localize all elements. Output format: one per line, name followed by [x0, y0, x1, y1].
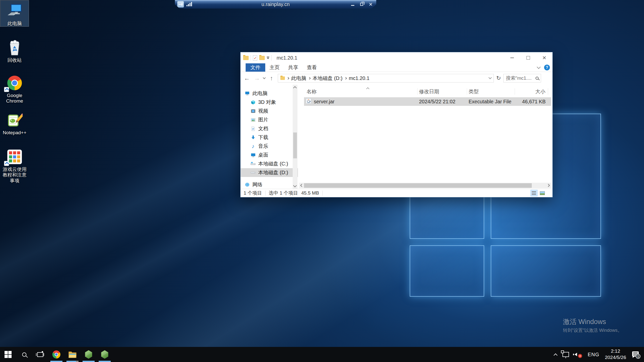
forward-button[interactable]: →: [253, 75, 261, 82]
tab-home[interactable]: 主页: [265, 63, 284, 72]
column-header-type[interactable]: 类型: [467, 88, 515, 95]
new-folder-icon[interactable]: [259, 56, 265, 60]
system-tray: ✕ ENG 2:12 2024/5/26 1: [552, 347, 644, 362]
minimize-button[interactable]: [504, 52, 520, 63]
selected-size: 45.5 MB: [301, 190, 319, 196]
thumbnails-view-button[interactable]: [539, 190, 546, 196]
details-view-button[interactable]: [531, 190, 538, 196]
file-row-server-jar[interactable]: server.jar 2024/5/22 21:02 Executable Ja…: [304, 97, 551, 106]
breadcrumb-separator-icon: [287, 77, 289, 79]
rdp-restore-button[interactable]: [359, 2, 364, 7]
scroll-left-icon[interactable]: [300, 184, 304, 187]
address-dropdown-chevron-icon[interactable]: [488, 76, 492, 79]
show-hidden-icons-button[interactable]: [552, 347, 559, 362]
taskbar-file-explorer-button[interactable]: [64, 347, 81, 362]
hexagon-app-icon: [85, 350, 92, 359]
sidebar-item-3d-objects[interactable]: 3D 对象: [241, 98, 298, 107]
action-center-button[interactable]: 1: [629, 347, 642, 362]
disk-c-icon: [250, 161, 256, 166]
rdp-connection-bar: u.rainplay.cn ✕: [175, 0, 376, 9]
customize-quick-access-button[interactable]: [267, 57, 269, 59]
breadcrumb-separator-icon: [344, 77, 347, 79]
chrome-icon: [1, 74, 29, 92]
thumbnails-view-icon: [540, 191, 545, 195]
sidebar-item-local-disk-d[interactable]: 本地磁盘 (D:): [241, 168, 298, 177]
help-button[interactable]: ?: [544, 65, 550, 70]
selected-count: 选中 1 个项目: [269, 190, 298, 196]
close-button[interactable]: ✕: [536, 52, 552, 63]
scrollbar-thumb[interactable]: [293, 132, 297, 158]
breadcrumb-current-folder[interactable]: mc1.20.1: [349, 75, 369, 81]
taskbar-chrome-button[interactable]: [48, 347, 64, 362]
maximize-button[interactable]: [520, 52, 536, 63]
rdp-close-button[interactable]: ✕: [368, 2, 373, 7]
taskbar-node-app-button[interactable]: [81, 347, 97, 362]
search-icon: [536, 77, 539, 80]
pin-icon: [179, 3, 182, 6]
watermark-subtitle: 转到"设置"以激活 Windows。: [563, 327, 622, 333]
language-indicator[interactable]: ENG: [585, 347, 601, 362]
breadcrumb[interactable]: 此电脑 本地磁盘 (D:) mc1.20.1: [278, 74, 494, 82]
pin-button[interactable]: [177, 1, 184, 8]
scrollbar-thumb[interactable]: [304, 183, 532, 188]
tab-view[interactable]: 查看: [302, 63, 321, 72]
clock[interactable]: 2:12 2024/5/26: [602, 347, 628, 362]
explorer-titlebar[interactable]: mc1.20.1 ✕: [241, 52, 552, 63]
expand-ribbon-chevron-icon[interactable]: [537, 65, 541, 69]
sidebar-item-documents[interactable]: 文档: [241, 124, 298, 133]
file-list-pane[interactable]: 名称 修改日期 类型 大小 server.jar 2024/5/22 21:02…: [298, 85, 552, 189]
network-tray-button[interactable]: [560, 347, 571, 362]
desktop-icon-recycle-bin[interactable]: 回收站: [1, 37, 29, 63]
sidebar-item-label: 3D 对象: [258, 99, 276, 106]
signal-strength-icon: [186, 2, 192, 6]
chevron-up-icon: [554, 353, 558, 357]
sidebar-item-pictures[interactable]: 图片: [241, 115, 298, 124]
scroll-right-icon[interactable]: [547, 184, 550, 187]
properties-icon[interactable]: [253, 55, 257, 61]
column-header-size[interactable]: 大小: [515, 88, 548, 95]
close-icon: ✕: [542, 55, 547, 60]
task-view-icon: [37, 352, 43, 357]
video-icon: [250, 108, 256, 114]
scroll-up-icon[interactable]: [293, 86, 297, 90]
desktop-icon-game-cloud-guide[interactable]: 游戏云使用教程和注意事项: [1, 146, 29, 184]
sidebar-item-label: 文档: [258, 125, 268, 132]
sidebar-item-downloads[interactable]: 下载: [241, 133, 298, 142]
tab-share[interactable]: 共享: [284, 63, 302, 72]
taskbar-search-button[interactable]: [16, 347, 32, 362]
details-view-icon: [532, 191, 536, 195]
search-placeholder: 搜索"mc1....: [506, 75, 532, 81]
sidebar-item-music[interactable]: ♪ 音乐: [241, 142, 298, 151]
desktop-icon-notepad-plus-plus[interactable]: Notepad++: [1, 110, 29, 135]
start-button[interactable]: [0, 347, 16, 362]
search-input[interactable]: 搜索"mc1....: [503, 74, 541, 82]
scroll-down-icon[interactable]: [293, 184, 297, 187]
restore-icon: [360, 3, 363, 6]
sidebar-item-videos[interactable]: 视频: [241, 107, 298, 115]
volume-tray-button[interactable]: ✕: [572, 347, 584, 362]
taskbar-node-app-2-button[interactable]: [97, 347, 113, 362]
recent-locations-chevron-icon[interactable]: [263, 76, 266, 79]
rdp-minimize-button[interactable]: [350, 2, 355, 7]
back-button[interactable]: ←: [243, 75, 251, 82]
sidebar-item-this-pc[interactable]: 此电脑: [241, 89, 298, 98]
desktop-icon-this-pc[interactable]: 此电脑: [1, 1, 29, 26]
tab-file[interactable]: 文件: [246, 63, 265, 72]
task-view-button[interactable]: [32, 347, 48, 362]
refresh-button[interactable]: ↻: [496, 75, 501, 81]
close-icon: ✕: [369, 2, 373, 7]
breadcrumb-this-pc[interactable]: 此电脑: [291, 75, 306, 82]
column-header-date-modified[interactable]: 修改日期: [418, 88, 467, 95]
sidebar-item-local-disk-c[interactable]: 本地磁盘 (C:): [241, 159, 298, 168]
horizontal-scrollbar[interactable]: [299, 183, 551, 188]
sidebar-item-network[interactable]: 网络: [241, 180, 298, 189]
column-header-name[interactable]: 名称: [305, 88, 418, 95]
sidebar-item-desktop[interactable]: 桌面: [241, 151, 298, 159]
up-button[interactable]: ↑: [268, 75, 275, 82]
sidebar-scrollbar[interactable]: [293, 85, 297, 189]
rdp-connection-title: u.rainplay.cn: [175, 2, 376, 7]
breadcrumb-local-disk-d[interactable]: 本地磁盘 (D:): [313, 75, 343, 82]
desktop-icon-google-chrome[interactable]: Google Chrome: [1, 72, 29, 104]
network-globe-icon: [245, 182, 250, 187]
notification-badge: 1: [636, 354, 640, 359]
